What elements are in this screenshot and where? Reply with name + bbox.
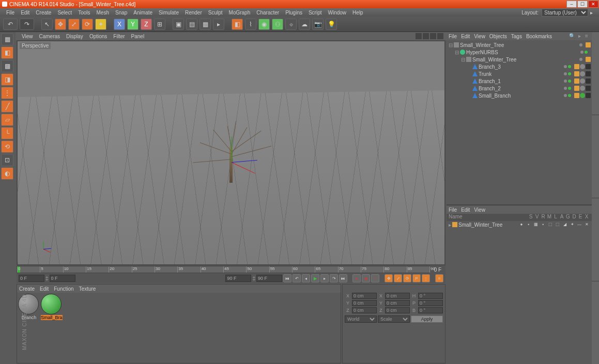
visibility-dot[interactable] <box>579 58 582 61</box>
object-name[interactable]: Trunk <box>479 71 492 77</box>
mat-menu-create[interactable]: Create <box>19 286 35 292</box>
menu-edit[interactable]: Edit <box>18 10 33 15</box>
obj-menu-view[interactable]: View <box>474 34 485 39</box>
obj-menu-edit[interactable]: Edit <box>461 34 470 39</box>
object-row[interactable]: Branch_2 <box>448 85 591 92</box>
tag-icon[interactable] <box>586 86 591 91</box>
tag-icon[interactable] <box>580 64 585 69</box>
goto-next-key-button[interactable]: ↷ <box>330 274 338 282</box>
object-name[interactable]: Small_Winter_Tree <box>472 57 516 62</box>
search-icon[interactable]: 🔍 <box>569 33 575 39</box>
coord-z-size[interactable] <box>385 307 410 313</box>
render-view-button[interactable]: ▣ <box>173 19 184 30</box>
coord-x-pos[interactable] <box>352 293 377 299</box>
minimize-button[interactable]: – <box>566 1 577 8</box>
object-name[interactable]: Branch_1 <box>479 78 501 84</box>
render-dot[interactable] <box>568 80 571 83</box>
coord-h-rot[interactable] <box>418 293 443 299</box>
tag-icon[interactable] <box>580 93 585 98</box>
axis-z-button[interactable]: Z <box>141 19 152 30</box>
menu-window[interactable]: Window <box>325 10 350 15</box>
object-row[interactable]: ⊟Small_Winter_Tree <box>448 56 591 63</box>
redo-button[interactable]: ↷ <box>20 19 34 30</box>
coord-scale-select[interactable]: Scale <box>378 315 410 323</box>
last-tool[interactable]: ✦ <box>95 19 106 30</box>
object-row[interactable]: Trunk <box>448 70 591 77</box>
cube-primitive[interactable]: ◧ <box>232 19 243 30</box>
coord-mode-select[interactable]: World <box>345 315 377 323</box>
layer-flag[interactable]: ▪ <box>526 222 532 227</box>
layout-select[interactable]: Startup (User) <box>542 9 588 17</box>
material-preview[interactable] <box>18 294 39 314</box>
tag-icon[interactable] <box>574 71 579 76</box>
render-region-button[interactable]: ▤ <box>186 19 197 30</box>
move-tool[interactable]: ✥ <box>55 19 66 30</box>
render-picture-button[interactable]: ▦ <box>199 19 211 30</box>
layer-name[interactable]: Small_Winter_Tree <box>458 222 517 228</box>
environment-button[interactable]: ☁ <box>299 19 310 30</box>
tag-icon[interactable] <box>574 64 579 69</box>
texture-mode-button[interactable]: ▩ <box>1 60 13 72</box>
undo-button[interactable]: ↶ <box>3 19 18 30</box>
menu-sculpt[interactable]: Sculpt <box>205 10 226 15</box>
menu-animate[interactable]: Animate <box>130 10 156 15</box>
coord-p-rot[interactable] <box>418 300 443 306</box>
menu-render[interactable]: Render <box>182 10 205 15</box>
record-button[interactable]: ● <box>352 274 361 282</box>
tree-toggle-icon[interactable]: ⊟ <box>455 50 459 55</box>
view-menu-display[interactable]: Display <box>63 34 86 39</box>
keyframe-sel-button[interactable]: ? <box>371 274 379 282</box>
spline-primitive[interactable]: ⌇ <box>245 19 256 30</box>
tag-icon[interactable] <box>586 42 591 48</box>
visibility-dot[interactable] <box>564 72 567 75</box>
prev-frame-button[interactable]: ◂ <box>302 274 310 282</box>
goto-start-button[interactable]: ⏮ <box>283 274 291 282</box>
rotate-tool[interactable]: ⟳ <box>82 19 93 30</box>
scale-key-button[interactable]: ⤢ <box>394 274 402 282</box>
viewport-nav-toggle-icon[interactable] <box>437 33 443 39</box>
obj-menu-file[interactable]: File <box>449 34 457 39</box>
menu-plugins[interactable]: Plugins <box>282 10 305 15</box>
timeline-max-field[interactable] <box>256 275 282 282</box>
tag-icon[interactable] <box>586 64 591 69</box>
object-tree[interactable]: ⊟Small_Winter_Tree⊟HyperNURBS⊟Small_Wint… <box>447 40 592 204</box>
visibility-dot[interactable] <box>564 94 567 97</box>
array-generator[interactable]: ⚇ <box>272 19 283 30</box>
render-dot[interactable] <box>585 51 588 54</box>
workplane-button[interactable]: ◨ <box>1 73 13 86</box>
object-name[interactable]: Small_Winter_Tree <box>460 42 504 48</box>
render-dot[interactable] <box>568 94 571 97</box>
layer-flag[interactable]: ▦ <box>533 222 539 227</box>
edge-mode-button[interactable]: ╱ <box>1 100 13 113</box>
viewport-perspective[interactable]: Perspective <box>17 40 446 265</box>
view-menu-filter[interactable]: Filter <box>110 34 128 39</box>
tag-icon[interactable] <box>586 71 591 76</box>
tab-attribute[interactable] <box>592 281 599 364</box>
axis-x-button[interactable]: X <box>114 19 125 30</box>
menu-tools[interactable]: Tools <box>75 10 93 15</box>
autokey-button[interactable]: ◉ <box>362 274 370 282</box>
coord-y-pos[interactable] <box>352 300 377 306</box>
coord-system-button[interactable]: ⊞ <box>154 19 165 30</box>
layer-flag[interactable]: — <box>576 222 582 227</box>
coord-z-pos[interactable] <box>352 307 377 313</box>
filter-icon[interactable]: ≡ <box>583 33 590 39</box>
object-name[interactable]: HyperNURBS <box>466 50 498 55</box>
tag-icon[interactable] <box>580 86 585 91</box>
object-row[interactable]: Branch_3 <box>448 63 591 70</box>
menu-simulate[interactable]: Simulate <box>156 10 182 15</box>
rot-key-button[interactable]: ⟳ <box>403 274 411 282</box>
play-button[interactable]: ▶ <box>311 274 319 282</box>
object-row[interactable]: ⊟HyperNURBS <box>448 49 591 56</box>
coord-y-size[interactable] <box>385 300 410 306</box>
coord-x-size[interactable] <box>385 293 410 299</box>
layer-flag[interactable]: ✦ <box>569 222 575 227</box>
maximize-button[interactable]: ☐ <box>577 1 588 8</box>
layer-row[interactable]: ▸Small_Winter_Tree●▪▦▪⬚⬚◢✦—✕ <box>447 221 592 228</box>
visibility-dot[interactable] <box>580 51 583 54</box>
nurbs-generator[interactable]: ◉ <box>258 19 270 30</box>
layer-flag[interactable]: ✕ <box>583 222 590 227</box>
coord-b-rot[interactable] <box>418 307 443 313</box>
viewport-nav-move-icon[interactable] <box>416 33 422 39</box>
axis-mode-button[interactable]: └ <box>1 127 13 139</box>
